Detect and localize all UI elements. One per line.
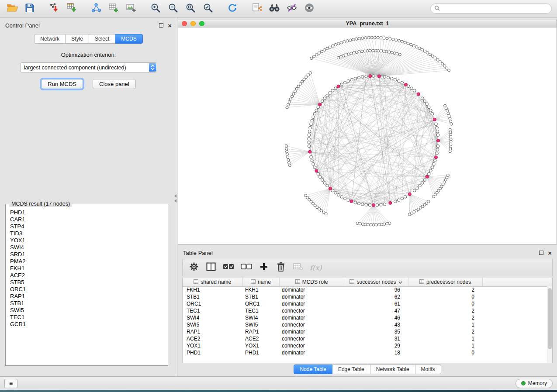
graph-node[interactable]	[332, 45, 334, 47]
mcds-result-item[interactable]: SWI5	[10, 307, 167, 314]
graph-node[interactable]	[374, 49, 377, 52]
graph-node[interactable]	[323, 48, 326, 51]
graph-node[interactable]	[435, 123, 438, 126]
table-cell[interactable]: 1	[408, 335, 482, 342]
graph-node[interactable]	[358, 50, 360, 53]
find-button[interactable]	[267, 2, 281, 16]
graph-node[interactable]	[429, 169, 432, 172]
graph-node[interactable]	[427, 172, 430, 175]
mcds-result-item[interactable]: SWI4	[10, 244, 167, 251]
close-panel-icon[interactable]: ×	[168, 23, 172, 28]
graph-node[interactable]	[294, 90, 296, 93]
graph-node[interactable]	[285, 150, 288, 153]
graph-node[interactable]	[370, 224, 372, 226]
graph-node[interactable]	[353, 52, 355, 54]
table-cell[interactable]: PHD1	[183, 349, 242, 356]
graph-node[interactable]	[311, 159, 314, 162]
table-cell[interactable]: connector	[279, 335, 344, 342]
graph-node[interactable]	[419, 184, 422, 187]
tab-network[interactable]: Network	[34, 34, 66, 44]
graph-node[interactable]	[361, 223, 364, 225]
mcds-result-item[interactable]: TID3	[10, 230, 167, 237]
graph-node[interactable]	[380, 223, 383, 226]
apply-layout-button[interactable]	[225, 2, 239, 16]
table-cell[interactable]: YOX1	[183, 342, 242, 349]
close-panel-button[interactable]: Close panel	[93, 79, 136, 89]
graph-node[interactable]	[286, 153, 288, 155]
graph-node[interactable]	[423, 100, 426, 103]
graph-dominator-node[interactable]	[417, 93, 420, 96]
graph-node[interactable]	[312, 162, 315, 165]
graph-node[interactable]	[436, 134, 439, 137]
graph-node[interactable]	[350, 52, 353, 55]
graph-node[interactable]	[385, 50, 388, 53]
zoom-selected-button[interactable]	[201, 2, 215, 16]
window-maximize-button[interactable]	[199, 21, 204, 26]
graph-node[interactable]	[313, 166, 316, 169]
graph-node[interactable]	[388, 222, 391, 224]
graph-node[interactable]	[355, 51, 358, 54]
table-cell[interactable]: ACE2	[183, 335, 242, 342]
criterion-dropdown[interactable]: largest connected component (undirected)	[20, 62, 157, 72]
graph-node[interactable]	[433, 159, 436, 162]
select-all-columns-button[interactable]	[223, 262, 234, 273]
graph-node[interactable]	[310, 123, 313, 126]
graph-node[interactable]	[354, 201, 357, 204]
save-session-button[interactable]	[23, 2, 37, 16]
table-settings-button[interactable]	[189, 262, 199, 273]
graph-node[interactable]	[418, 47, 421, 50]
graph-node[interactable]	[320, 50, 323, 53]
graph-node[interactable]	[421, 97, 424, 100]
graph-node[interactable]	[286, 106, 288, 109]
mcds-result-item[interactable]: PHD1	[10, 209, 167, 216]
graph-node[interactable]	[323, 182, 326, 185]
graph-node[interactable]	[365, 75, 368, 78]
graph-node[interactable]	[423, 179, 426, 182]
graph-node[interactable]	[312, 116, 315, 119]
graph-node[interactable]	[429, 53, 431, 56]
graph-node[interactable]	[421, 48, 423, 51]
graph-node[interactable]	[317, 106, 320, 109]
graph-dominator-node[interactable]	[408, 193, 411, 196]
table-cell[interactable]: RAP1	[242, 328, 279, 335]
table-cell[interactable]: ORC1	[183, 300, 242, 307]
table-cell[interactable]: STB1	[183, 293, 242, 300]
mcds-result-item[interactable]: ORC1	[10, 286, 167, 293]
graph-node[interactable]	[404, 196, 407, 199]
graph-node[interactable]	[421, 182, 424, 185]
graph-node[interactable]	[368, 203, 371, 206]
graph-node[interactable]	[447, 69, 450, 72]
table-cell[interactable]: 2	[408, 286, 482, 293]
search-input[interactable]	[442, 6, 548, 12]
table-cell[interactable]: 62	[344, 293, 408, 300]
new-network-button[interactable]	[89, 2, 103, 16]
graph-node[interactable]	[415, 46, 418, 48]
graph-node[interactable]	[366, 49, 369, 52]
panel-splitter-handle[interactable]	[174, 194, 176, 203]
mcds-result-item[interactable]: YOX1	[10, 237, 167, 244]
table-cell[interactable]: 2	[408, 307, 482, 314]
graph-node[interactable]	[326, 94, 329, 97]
graph-node[interactable]	[315, 53, 318, 56]
window-close-button[interactable]	[182, 21, 187, 26]
graph-node[interactable]	[347, 53, 350, 55]
zoom-fit-button[interactable]	[183, 2, 197, 16]
graph-dominator-node[interactable]	[369, 75, 372, 78]
graph-node[interactable]	[359, 222, 361, 225]
graph-node[interactable]	[448, 115, 450, 117]
graph-node[interactable]	[432, 162, 436, 165]
table-cell[interactable]: 29	[344, 342, 408, 349]
graph-node[interactable]	[395, 39, 398, 41]
graph-node[interactable]	[287, 158, 290, 161]
graph-node[interactable]	[364, 223, 367, 226]
graph-node[interactable]	[337, 193, 340, 196]
graph-node[interactable]	[383, 37, 385, 39]
graph-node[interactable]	[357, 76, 360, 79]
table-row[interactable]: SWI5SWI5connector431	[183, 321, 552, 328]
graph-node[interactable]	[445, 107, 447, 110]
table-cell[interactable]: PHD1	[242, 349, 279, 356]
graph-node[interactable]	[377, 224, 380, 226]
graph-node[interactable]	[376, 203, 379, 206]
graph-node[interactable]	[449, 117, 451, 120]
table-cell[interactable]: SWI5	[242, 321, 279, 328]
